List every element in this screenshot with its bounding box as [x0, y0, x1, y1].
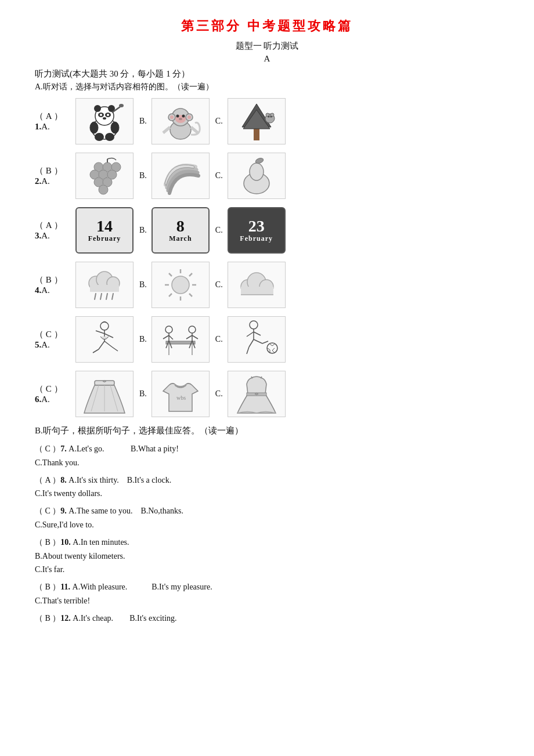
q5-opt-c: C. [215, 316, 286, 363]
svg-line-54 [100, 294, 102, 299]
q5-opt-b: B. [139, 316, 210, 363]
svg-point-18 [170, 115, 174, 119]
q1-opt-a [75, 98, 134, 144]
q4-opt-b: B. [139, 262, 210, 308]
question-3-row: （ A ）3.A. 14 February B. 8 March C. 23 F… [35, 207, 499, 254]
monkey-icon [154, 101, 207, 142]
svg-point-20 [187, 115, 191, 119]
svg-point-8 [103, 117, 106, 120]
svg-line-77 [93, 349, 99, 353]
svg-line-99 [254, 339, 262, 343]
q1-img-b [151, 98, 210, 144]
q2-opt-b: B. [139, 153, 210, 199]
svg-line-55 [106, 294, 107, 299]
svg-point-94 [250, 321, 258, 329]
q8-opt-a: A.It's six thirty. [68, 476, 118, 484]
question-4-row: （ B ）4.A. B. [35, 262, 499, 308]
svg-point-82 [165, 326, 172, 333]
svg-line-97 [254, 332, 261, 335]
svg-point-6 [100, 114, 102, 116]
svg-line-26 [191, 127, 198, 133]
q9-opt-b: B.No,thanks. [140, 507, 183, 515]
q6-opt-a [75, 371, 134, 417]
q6-c-label: C. [215, 389, 223, 399]
svg-point-7 [107, 114, 109, 116]
panda-icon [78, 101, 131, 142]
sun-icon [154, 265, 207, 305]
q12-opt-b: B.It's exciting. [129, 614, 176, 623]
q5-img-c [228, 316, 286, 363]
q4-b-label: B. [139, 280, 147, 290]
q2-options: B. C. [75, 153, 286, 199]
q1-answer-label: （ A ）1.A. [35, 111, 75, 132]
boy-soccer-icon [230, 319, 283, 360]
q3-cal-c: 23 February [228, 207, 286, 254]
q8-row: （ A ）8. A.It's six thirty. B.It's a cloc… [35, 473, 499, 501]
q3-cal-a: 14 February [75, 207, 134, 254]
q10-opt-a: A.In ten minutes. [73, 538, 129, 547]
cal-c-num: 23 [248, 218, 265, 234]
q4-img-b [151, 262, 210, 308]
cloud-rain-icon [78, 265, 131, 305]
q10-opt-c: C.It's far. [35, 565, 64, 574]
q11-answer: （ B ） [35, 583, 60, 591]
q2-c-label: C. [215, 171, 223, 180]
kids-table-icon [154, 319, 207, 360]
svg-line-76 [104, 341, 112, 347]
svg-line-65 [169, 294, 172, 296]
svg-point-2 [94, 105, 101, 112]
q9-row: （ C ）9. A.The same to you. B.No,thanks. … [35, 504, 499, 532]
q4-options: B. C. [75, 262, 286, 308]
q2-img-c [228, 153, 286, 199]
q12-opt-a: A.It's cheap. [73, 614, 113, 623]
q11-opt-c: C.That's terrible! [35, 596, 90, 605]
q9-opt-a: A.The same to you. [68, 507, 132, 515]
svg-line-78 [112, 347, 118, 351]
svg-line-91 [192, 335, 198, 339]
svg-line-96 [247, 332, 254, 337]
cal-b-month: March [169, 234, 192, 243]
q5-b-label: B. [139, 335, 147, 344]
q8-opt-c: C.It's twenty dollars. [35, 489, 102, 498]
section-b-header: B.听句子，根据所听句子，选择最佳应答。（读一遍） [35, 425, 499, 436]
q7-num: 7. [60, 444, 67, 453]
q1-c-label: C. [215, 117, 223, 126]
text-questions: （ C ）7. A.Let's go. B.What a pity! C.Tha… [35, 442, 499, 625]
q11-row: （ B ）11. A.With pleasure. B.It's my plea… [35, 580, 499, 608]
q1-opt-c: C. [215, 98, 286, 144]
svg-line-84 [163, 335, 169, 339]
q6-img-a [75, 371, 134, 417]
section-header: 听力测试(本大题共 30 分，每小题 1 分） [35, 68, 499, 79]
q3-options: 14 February B. 8 March C. 23 February [75, 207, 286, 254]
q9-answer: （ C ） [35, 507, 60, 515]
svg-point-102 [267, 343, 277, 353]
q7-row: （ C ）7. A.Let's go. B.What a pity! C.Tha… [35, 442, 499, 470]
q6-opt-b: B. wbs [139, 371, 210, 417]
tree-bear-icon [230, 101, 283, 142]
q3-opt-b: B. 8 March [139, 207, 210, 254]
subtitle: 题型一 听力测试 [35, 41, 499, 52]
q2-answer-label: （ B ）2.A. [35, 165, 75, 186]
svg-point-9 [90, 122, 98, 133]
svg-line-63 [189, 294, 192, 296]
q1-img-a [75, 98, 134, 144]
question-6-row: （ C ）6.A. B. [35, 371, 499, 417]
dress-icon [230, 374, 283, 414]
q3-b-label: B. [139, 226, 147, 235]
q3-answer-label: （ A ）3.A. [35, 220, 75, 241]
q5-c-label: C. [215, 335, 223, 344]
svg-point-24 [179, 118, 182, 120]
q4-img-a [75, 262, 134, 308]
question-2-row: （ B ）2.A. [35, 153, 499, 199]
q2-img-a [75, 153, 134, 199]
q4-opt-c: C. [215, 262, 286, 308]
q5-opt-a [75, 316, 134, 363]
q9-num: 9. [60, 507, 67, 515]
svg-point-43 [99, 185, 108, 194]
svg-line-90 [186, 335, 192, 339]
q8-num: 8. [60, 476, 67, 484]
q6-answer-label: （ C ）6.A. [35, 384, 75, 404]
q4-img-c [228, 262, 286, 308]
q8-opt-b: B.It's a clock. [127, 476, 171, 484]
q1-b-label: B. [139, 117, 147, 126]
